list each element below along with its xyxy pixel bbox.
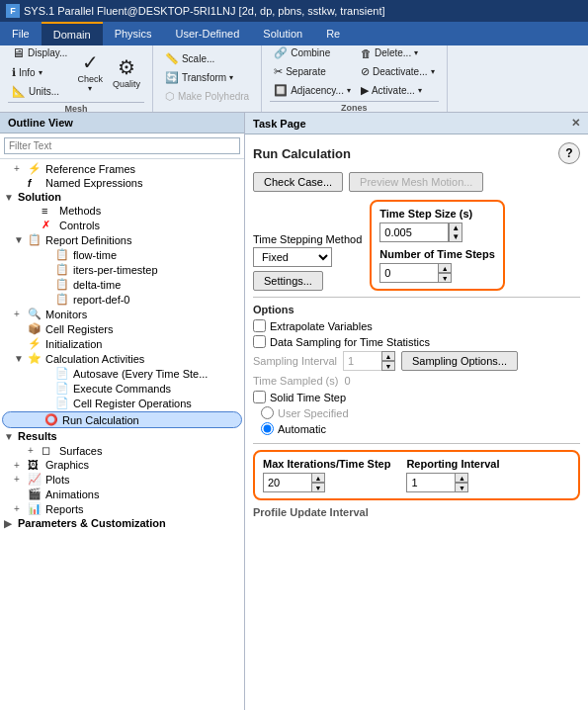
solid-time-step-checkbox[interactable] — [253, 391, 266, 403]
time-step-dropdown-btn[interactable]: ▲▼ — [449, 222, 462, 242]
num-time-steps-input[interactable] — [379, 263, 439, 283]
tree-monitors[interactable]: + 🔍 Monitors — [0, 307, 244, 321]
tree-delta-time[interactable]: 📋 delta-time — [0, 277, 244, 292]
reporting-interval-input[interactable] — [406, 473, 456, 492]
toggle-graphics[interactable]: + — [14, 460, 28, 471]
menu-domain[interactable]: Domain — [42, 22, 103, 45]
time-step-highlight-box: Time Step Size (s) ▲▼ Number of Time Ste… — [370, 200, 505, 291]
task-header-close[interactable]: ✕ — [571, 117, 580, 130]
toggle-solution[interactable]: ▼ — [4, 192, 18, 203]
data-sampling-label: Data Sampling for Time Statistics — [270, 336, 430, 348]
ribbon-transform-btn[interactable]: 🔄 Transform ▾ — [161, 69, 253, 86]
sampling-interval-down[interactable]: ▼ — [381, 361, 395, 371]
help-button[interactable]: ? — [558, 142, 580, 164]
tree-reports[interactable]: + 📊 Reports — [0, 501, 244, 516]
reporting-interval-down[interactable]: ▼ — [455, 483, 468, 492]
tree-iters[interactable]: 📋 iters-per-timestep — [0, 262, 244, 277]
menu-user-defined[interactable]: User-Defined — [164, 22, 252, 45]
task-title-row: Run Calculation ? — [253, 142, 580, 164]
sampling-interval-row: Sampling Interval ▲ ▼ Sampling Options..… — [253, 351, 580, 371]
preview-mesh-button[interactable]: Preview Mesh Motion... — [349, 172, 483, 192]
tree-cell-reg-ops[interactable]: 📄 Cell Register Operations — [0, 396, 244, 410]
menu-physics[interactable]: Physics — [103, 22, 164, 45]
menu-solution[interactable]: Solution — [251, 22, 314, 45]
num-time-steps-down[interactable]: ▼ — [438, 273, 452, 283]
toggle-params[interactable]: ▶ — [4, 518, 18, 529]
max-iter-up[interactable]: ▲ — [311, 473, 325, 483]
ribbon-scale-btn[interactable]: 📏 Scale... — [161, 50, 253, 67]
ribbon-zones-group: 🔗 Combine ✂ Separate 🔲 Adjacency... ▾ 🗑 … — [262, 45, 447, 112]
extrapolate-checkbox[interactable] — [253, 319, 266, 332]
sampling-interval-input[interactable] — [343, 351, 382, 371]
time-step-size-input[interactable] — [379, 222, 449, 242]
reporting-interval-up[interactable]: ▲ — [455, 473, 468, 483]
max-iter-input[interactable] — [263, 473, 312, 492]
toggle-plots[interactable]: + — [14, 474, 28, 485]
time-method-select[interactable]: Fixed — [253, 247, 332, 267]
time-sampled-value: 0 — [344, 375, 350, 387]
tree-graphics[interactable]: + 🖼 Graphics — [0, 458, 244, 472]
ribbon-separate-btn[interactable]: ✂ Separate — [270, 63, 355, 80]
time-sampled-label: Time Sampled (s) — [253, 375, 338, 387]
toggle-report-defs[interactable]: ▼ — [14, 234, 28, 245]
tree-calc-activities[interactable]: ▼ ⭐ Calculation Activities — [0, 351, 244, 366]
max-iter-down[interactable]: ▼ — [311, 483, 325, 492]
cell-reg-ops-icon: 📄 — [55, 397, 71, 409]
tree-surfaces[interactable]: + ◻ Surfaces — [0, 443, 244, 458]
ribbon-display-btn[interactable]: 🖥 Display... — [8, 44, 71, 62]
tree-ref-frames[interactable]: + ⚡ Reference Frames — [0, 161, 244, 176]
tree-plots[interactable]: + 📈 Plots — [0, 472, 244, 487]
run-calc-icon: ⭕ — [44, 413, 60, 426]
menu-re[interactable]: Re — [314, 22, 352, 45]
reports-label: Reports — [45, 503, 240, 515]
settings-button[interactable]: Settings... — [253, 271, 323, 291]
user-specified-radio[interactable] — [261, 406, 274, 419]
automatic-radio[interactable] — [261, 422, 274, 435]
toggle-results[interactable]: ▼ — [4, 431, 18, 442]
tree-params[interactable]: ▶ Parameters & Customization — [0, 516, 244, 530]
title-bar: F SYS.1 Parallel Fluent@DESKTOP-5RI1LNJ … — [0, 0, 588, 22]
tree-results[interactable]: ▼ Results — [0, 429, 244, 443]
sampling-interval-up[interactable]: ▲ — [381, 351, 395, 361]
num-time-steps-spinner: ▲ ▼ — [379, 263, 495, 283]
sampling-options-button[interactable]: Sampling Options... — [401, 351, 518, 371]
tree-solution[interactable]: ▼ Solution — [0, 190, 244, 204]
filter-input[interactable] — [4, 137, 240, 154]
toggle-calc-act[interactable]: ▼ — [14, 353, 28, 364]
ribbon-adjacency-btn[interactable]: 🔲 Adjacency... ▾ — [270, 82, 355, 99]
ribbon-activate-btn[interactable]: ▶ Activate... ▾ — [357, 82, 439, 99]
automatic-row: Automatic — [253, 422, 580, 435]
toggle-reports[interactable]: + — [14, 503, 28, 514]
ribbon-polyhedra-btn[interactable]: ⬡ Make Polyhedra — [161, 88, 253, 105]
ribbon-check-btn[interactable]: ✓ Check ▾ — [73, 48, 107, 95]
tree-run-calculation[interactable]: ⭕ Run Calculation — [2, 411, 242, 428]
title-text: SYS.1 Parallel Fluent@DESKTOP-5RI1LNJ [2… — [24, 5, 385, 17]
data-sampling-checkbox[interactable] — [253, 335, 266, 348]
ribbon-combine-btn[interactable]: 🔗 Combine — [270, 44, 355, 61]
tree-methods[interactable]: ≡ Methods — [0, 204, 244, 218]
tree-report-defs[interactable]: ▼ 📋 Report Definitions — [0, 232, 244, 247]
report-defs-icon: 📋 — [28, 233, 43, 246]
tree-animations[interactable]: 🎬 Animations — [0, 487, 244, 501]
tree-autosave[interactable]: 📄 Autosave (Every Time Ste... — [0, 366, 244, 381]
tree-initialization[interactable]: ⚡ Initialization — [0, 336, 244, 351]
ribbon-info-btn[interactable]: ℹ Info ▾ — [8, 64, 71, 81]
ribbon-quality-btn[interactable]: ⚙ Quality — [109, 53, 144, 91]
check-case-button[interactable]: Check Case... — [253, 172, 343, 192]
toggle-ref-frames[interactable]: + — [14, 163, 28, 174]
tree-named-expr[interactable]: f Named Expressions — [0, 176, 244, 190]
iters-label: iters-per-timestep — [73, 264, 240, 276]
menu-file[interactable]: File — [0, 22, 42, 45]
ribbon-delete-btn[interactable]: 🗑 Delete... ▾ — [357, 45, 439, 61]
tree-report-def-0[interactable]: 📋 report-def-0 — [0, 292, 244, 307]
tree-cell-registers[interactable]: 📦 Cell Registers — [0, 321, 244, 336]
ribbon-units-btn[interactable]: 📐 Units... — [8, 83, 71, 100]
tree-execute-cmd[interactable]: 📄 Execute Commands — [0, 381, 244, 396]
num-time-steps-up[interactable]: ▲ — [438, 263, 452, 273]
ribbon-deactivate-btn[interactable]: ⊘ Deactivate... ▾ — [357, 63, 439, 80]
surfaces-label: Surfaces — [59, 445, 240, 457]
tree-controls[interactable]: ✗ Controls — [0, 218, 244, 232]
tree-flow-time[interactable]: 📋 flow-time — [0, 247, 244, 262]
toggle-monitors[interactable]: + — [14, 309, 28, 319]
toggle-surfaces[interactable]: + — [28, 445, 42, 456]
